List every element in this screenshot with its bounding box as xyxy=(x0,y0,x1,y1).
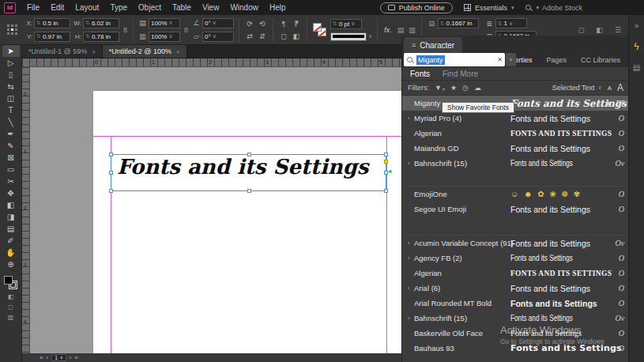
apply-color-icon[interactable]: ◧ xyxy=(8,293,14,300)
menu-layout[interactable]: Layout xyxy=(70,0,104,15)
first-page-button[interactable]: « xyxy=(40,354,43,361)
font-row[interactable]: Bauhaus 93Fonts and its SettingsO xyxy=(402,341,629,356)
scale-y-field[interactable]: 100%∨ xyxy=(149,32,180,42)
stock-search[interactable]: ▾ Adobe Stock xyxy=(525,4,582,12)
menu-file[interactable]: File xyxy=(21,0,45,15)
publish-online-button[interactable]: Publish Online xyxy=(380,2,453,13)
formatting-affects-icon[interactable]: ◻ xyxy=(8,304,13,311)
frame-handle[interactable] xyxy=(109,153,113,156)
pencil-tool[interactable]: ✎ xyxy=(2,140,20,152)
expand-arrow-icon[interactable]: › xyxy=(408,115,414,122)
menu-view[interactable]: View xyxy=(197,0,225,15)
stroke-style-dropdown[interactable] xyxy=(330,32,367,41)
doc-tab[interactable]: *Untitled-1 @ 59%× xyxy=(22,45,103,58)
rotation-angle-field[interactable]: 0°∨ xyxy=(202,18,234,28)
height-field[interactable]: ⇅0.78 in xyxy=(83,32,119,42)
ruler-horizontal[interactable]: 012345 xyxy=(22,58,401,67)
out-port[interactable] xyxy=(388,169,393,174)
frame-handle[interactable] xyxy=(384,189,388,193)
expand-arrow-icon[interactable]: › xyxy=(408,239,414,247)
story-direction-icon[interactable]: ¶ xyxy=(278,18,289,29)
constrain-scale-icon[interactable]: 8 xyxy=(184,26,188,34)
zoom-tool[interactable]: ⊕ xyxy=(2,258,20,270)
font-row[interactable]: MigantyFonts and its Settings≈★TT xyxy=(402,96,629,111)
font-row[interactable]: Maiandra GDFonts and its SettingsO xyxy=(402,141,629,156)
menu-help[interactable]: Help xyxy=(264,0,292,15)
expand-arrow-icon[interactable]: › xyxy=(408,160,414,167)
fill-none-swatch[interactable] xyxy=(313,23,322,32)
constrain-proportions-icon[interactable]: 8 xyxy=(123,26,127,34)
close-icon[interactable]: × xyxy=(92,48,96,55)
font-search-input[interactable]: Miganty ✕ xyxy=(404,53,505,66)
similar-fonts-icon[interactable]: ≈ xyxy=(597,100,601,107)
rectangle-frame-tool[interactable]: ⊠ xyxy=(2,152,20,164)
column-count-field[interactable]: ⇅1∨ xyxy=(495,18,527,28)
line-tool[interactable]: ╲ xyxy=(2,116,20,128)
close-icon[interactable]: × xyxy=(176,48,180,55)
font-row[interactable]: Baskerville Old FaceFonts and its Settin… xyxy=(402,326,629,341)
menu-object[interactable]: Object xyxy=(133,0,167,15)
show-recent-fonts-icon[interactable]: ◷ xyxy=(462,84,469,92)
ruler-vertical[interactable]: 01234 xyxy=(22,67,30,353)
learn-panel-icon[interactable]: ϟ xyxy=(634,41,638,52)
page-number-field[interactable]: 1▾ xyxy=(51,354,66,361)
show-activated-fonts-icon[interactable]: ☁ xyxy=(474,84,481,92)
color-panel-icon[interactable]: ▤ xyxy=(633,63,640,72)
direct-selection-tool[interactable]: ▷ xyxy=(2,57,20,69)
frame-handle[interactable] xyxy=(109,171,113,175)
font-row[interactable]: Arial Rounded MT BoldFonts and its Setti… xyxy=(402,296,629,311)
favorite-star-icon[interactable]: ★ xyxy=(605,100,612,107)
dock-tab-pages[interactable]: Pages xyxy=(539,54,574,66)
gradient-feather-tool[interactable]: ◨ xyxy=(2,211,20,223)
preview-size-large-icon[interactable]: A xyxy=(617,82,623,93)
page[interactable]: Fonts and its Settings xyxy=(93,91,401,353)
canvas[interactable]: Fonts and its Settings 01234 xyxy=(22,67,401,353)
rectangle-tool[interactable]: ▭ xyxy=(2,164,20,175)
x-position-field[interactable]: ⇅0.5 in xyxy=(34,18,70,28)
type-tool[interactable]: T xyxy=(2,104,20,116)
preview-size-small-icon[interactable]: A xyxy=(608,85,612,92)
fill-stroke-proxy[interactable] xyxy=(313,23,326,36)
reference-point-proxy[interactable] xyxy=(7,25,17,35)
effects-button[interactable]: fx. xyxy=(384,26,392,34)
panel-menu-icon[interactable]: ☰ xyxy=(615,26,621,34)
corner-widget[interactable] xyxy=(384,160,388,164)
font-row[interactable]: Segoe UI EmojiFonts and its SettingsO xyxy=(402,202,629,217)
font-row[interactable]: ›Agency FB (2)Fonts and its SettingsO xyxy=(402,251,629,266)
fill-stroke-widget[interactable] xyxy=(4,276,17,289)
rotate-cw-icon[interactable]: ⟳ xyxy=(244,18,255,29)
expand-arrow-icon[interactable]: › xyxy=(408,315,414,322)
last-page-button[interactable]: » xyxy=(74,354,77,361)
scale-x-field[interactable]: 100%∨ xyxy=(149,18,180,28)
expand-arrow-icon[interactable]: › xyxy=(408,285,414,292)
menu-type[interactable]: Type xyxy=(104,0,133,15)
select-content-icon[interactable]: ◧ xyxy=(291,31,302,42)
scissors-tool[interactable]: ✂ xyxy=(2,175,20,187)
gradient-swatch-tool[interactable]: ◧ xyxy=(2,199,20,211)
menu-edit[interactable]: Edit xyxy=(45,0,70,15)
shear-angle-field[interactable]: 0°∨ xyxy=(202,32,234,42)
screen-mode-toggle-icon[interactable]: ▥ xyxy=(8,314,14,321)
y-position-field[interactable]: ⇅0.97 in xyxy=(34,32,70,42)
menu-window[interactable]: Window xyxy=(224,0,264,15)
font-row[interactable]: EmojiOne☺ ☻ ✿ ❀ ❁ ✾O xyxy=(402,187,629,202)
column-width-field[interactable]: ⇅0.1667 in xyxy=(438,18,479,28)
note-tool[interactable]: ▤ xyxy=(2,223,20,235)
select-container-icon[interactable]: ◻ xyxy=(278,31,289,42)
content-collector-tool[interactable]: ◫ xyxy=(2,92,20,104)
font-row[interactable]: ›Bahnschrift (15)Fonts and its SettingsO… xyxy=(402,311,629,326)
prev-page-button[interactable]: ‹ xyxy=(46,354,48,361)
doc-tab[interactable]: *Untitled-2 @ 100%× xyxy=(103,45,187,58)
frame-handle[interactable] xyxy=(109,189,113,193)
page-tool[interactable]: ▯ xyxy=(2,69,20,81)
dock-tab-cc-libraries[interactable]: CC Libraries xyxy=(574,54,627,66)
hand-tool[interactable]: ✋ xyxy=(2,247,20,258)
eyedropper-tool[interactable]: ✐ xyxy=(2,235,20,247)
character-panel-tab[interactable]: ≡ Character xyxy=(404,37,462,53)
pen-tool[interactable]: ✒ xyxy=(2,128,20,140)
workspace-switcher[interactable]: Essentials ▾ xyxy=(464,4,514,12)
text-frame[interactable]: Fonts and its Settings xyxy=(111,154,386,191)
frame-handle[interactable] xyxy=(247,153,251,156)
stroke-weight-field[interactable]: ⇅0 pt∨ xyxy=(330,19,362,29)
font-row[interactable]: AlgerianFONTS AND ITS SETTINGSO xyxy=(402,126,629,141)
